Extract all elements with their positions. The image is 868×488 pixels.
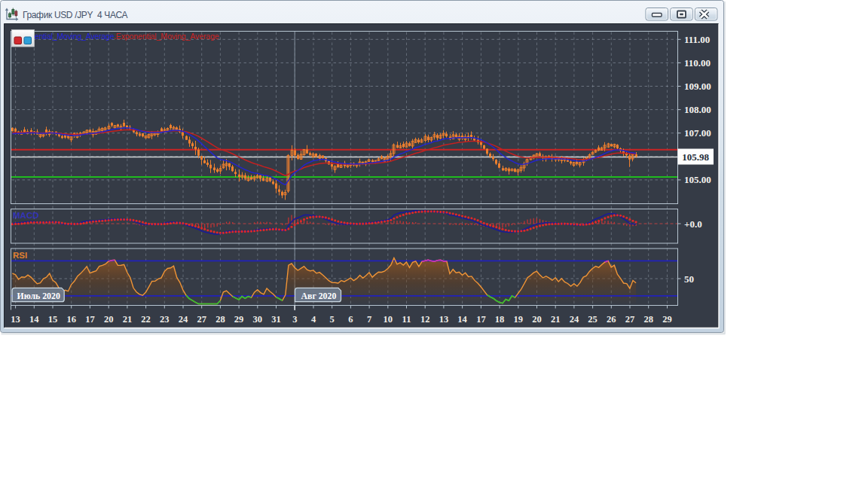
svg-text:26: 26 [607,314,616,325]
svg-text:108.00: 108.00 [684,104,711,115]
svg-text:20: 20 [532,314,542,325]
svg-text:29: 29 [234,314,244,325]
svg-text:16: 16 [66,314,76,325]
svg-text:50: 50 [684,273,694,285]
svg-text:105.00: 105.00 [684,174,711,185]
svg-text:MACD: MACD [13,211,39,220]
svg-text:21: 21 [123,314,133,325]
svg-text:27: 27 [625,314,635,325]
svg-text:ential_Moving_Average: ential_Moving_Average [35,32,115,41]
svg-text:23: 23 [160,314,170,325]
svg-text:5: 5 [330,314,335,325]
svg-text:21: 21 [551,314,561,325]
svg-text:График USD /JPY 4 ЧАСА: График USD /JPY 4 ЧАСА [23,10,127,20]
svg-text:14: 14 [457,314,467,325]
svg-text:22: 22 [141,314,151,325]
svg-text:13: 13 [439,314,449,325]
svg-text:24: 24 [570,314,579,325]
svg-text:14: 14 [29,314,39,325]
svg-text:30: 30 [253,314,263,325]
svg-text:17: 17 [476,314,486,325]
svg-text:29: 29 [662,314,672,325]
svg-text:28: 28 [643,314,653,325]
svg-text:19: 19 [514,314,524,325]
svg-text:25: 25 [588,314,598,325]
svg-text:20: 20 [104,314,114,325]
svg-text:24: 24 [179,314,188,325]
svg-text:31: 31 [271,314,281,325]
svg-text:7: 7 [367,314,371,325]
svg-text:Авг 2020: Авг 2020 [301,291,337,301]
svg-text:13: 13 [11,314,20,325]
svg-text:6: 6 [348,314,353,325]
svg-text:+0.0: +0.0 [684,218,702,230]
svg-text:RSI: RSI [13,251,27,260]
svg-text:109.00: 109.00 [684,81,711,92]
svg-text:4: 4 [311,314,316,325]
svg-text:107.00: 107.00 [684,127,711,139]
svg-text:28: 28 [215,314,225,325]
svg-text:18: 18 [495,314,505,325]
svg-text:.Exponential_Moving_Average: .Exponential_Moving_Average [114,32,219,41]
svg-text:10: 10 [384,314,393,325]
svg-text:17: 17 [85,314,95,325]
svg-text:12: 12 [420,314,430,325]
svg-text:Июль 2020: Июль 2020 [17,291,60,301]
svg-text:27: 27 [197,314,206,325]
svg-text:111.00: 111.00 [684,34,710,45]
svg-text:105.98: 105.98 [682,151,709,163]
svg-text:11: 11 [402,314,411,325]
svg-text:110.00: 110.00 [684,57,711,69]
svg-text:3: 3 [292,314,297,325]
svg-text:15: 15 [48,314,58,325]
